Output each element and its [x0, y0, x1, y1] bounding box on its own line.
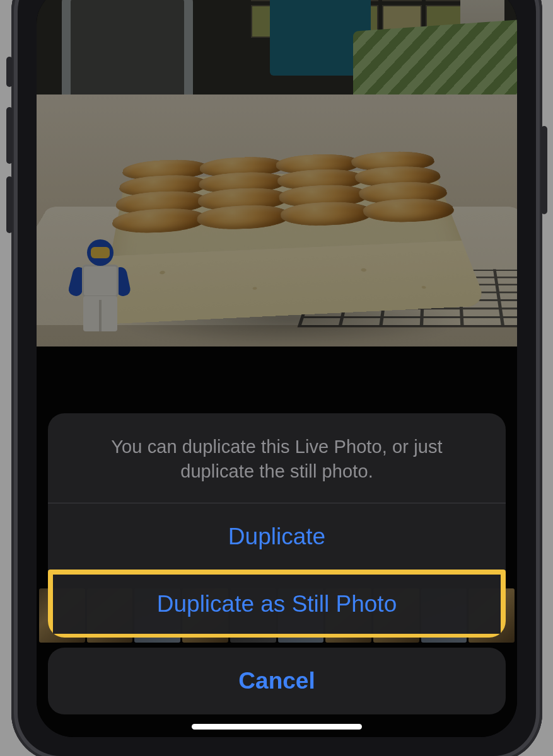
power-button[interactable] — [541, 126, 547, 214]
volume-up-button[interactable] — [6, 107, 13, 164]
mute-switch[interactable] — [6, 57, 13, 87]
cancel-button[interactable]: Cancel — [48, 648, 506, 714]
photo-bread-rolls — [97, 168, 487, 325]
photo-measuring-cup — [62, 0, 193, 109]
screen: You can duplicate this Live Photo, or ju… — [37, 0, 517, 737]
duplicate-button[interactable]: Duplicate — [48, 503, 506, 570]
volume-down-button[interactable] — [6, 176, 13, 233]
phone-frame: You can duplicate this Live Photo, or ju… — [11, 0, 542, 756]
duplicate-as-still-photo-button[interactable]: Duplicate as Still Photo — [48, 571, 506, 638]
photo-minifigure — [68, 239, 131, 340]
action-sheet-panel: You can duplicate this Live Photo, or ju… — [48, 413, 506, 638]
duplicate-as-still-photo-label: Duplicate as Still Photo — [157, 591, 397, 617]
action-sheet-message: You can duplicate this Live Photo, or ju… — [48, 413, 506, 503]
action-sheet: You can duplicate this Live Photo, or ju… — [48, 413, 506, 714]
home-indicator[interactable] — [192, 724, 362, 730]
